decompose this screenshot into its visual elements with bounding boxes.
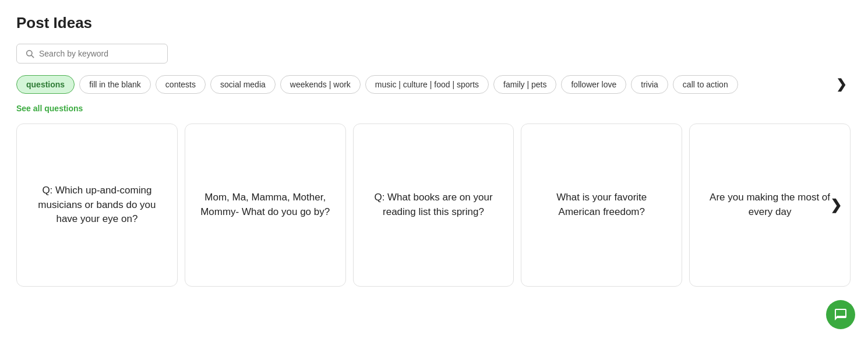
- tag-fill-in-the-blank[interactable]: fill in the blank: [79, 75, 151, 94]
- card-text: Q: Which up-and-coming musicians or band…: [31, 184, 163, 227]
- see-all-questions-link[interactable]: See all questions: [16, 104, 83, 113]
- post-idea-card[interactable]: Q: Which up-and-coming musicians or band…: [16, 124, 178, 287]
- svg-line-1: [31, 55, 34, 58]
- post-idea-card[interactable]: Are you making the most of every day❯: [689, 124, 851, 287]
- chat-button[interactable]: [826, 300, 855, 329]
- tag-contests[interactable]: contests: [156, 75, 206, 94]
- search-icon: [25, 49, 34, 58]
- tag-questions[interactable]: questions: [16, 75, 75, 94]
- tag-follower-love[interactable]: follower love: [561, 75, 626, 94]
- tag-family-pets[interactable]: family | pets: [493, 75, 556, 94]
- card-text: Mom, Ma, Mamma, Mother, Mommy- What do y…: [199, 191, 331, 219]
- card-next-arrow: ❯: [830, 197, 842, 213]
- tag-music-culture[interactable]: music | culture | food | sports: [365, 75, 489, 94]
- tag-trivia[interactable]: trivia: [631, 75, 668, 94]
- search-bar: [16, 44, 168, 64]
- card-text: What is your favorite American freedom?: [535, 191, 668, 219]
- card-text: Are you making the most of every day: [704, 191, 836, 219]
- chat-icon: [834, 308, 848, 322]
- cards-row: Q: Which up-and-coming musicians or band…: [16, 124, 852, 287]
- tags-row: questionsfill in the blankcontestssocial…: [16, 74, 852, 95]
- post-idea-card[interactable]: Q: What books are on your reading list t…: [353, 124, 514, 287]
- post-idea-card[interactable]: What is your favorite American freedom?: [521, 124, 682, 287]
- tag-weekends-work[interactable]: weekends | work: [280, 75, 361, 94]
- tag-call-to-action[interactable]: call to action: [673, 75, 738, 94]
- post-idea-card[interactable]: Mom, Ma, Mamma, Mother, Mommy- What do y…: [185, 124, 346, 287]
- card-text: Q: What books are on your reading list t…: [368, 191, 500, 219]
- page-title: Post Ideas: [16, 14, 852, 32]
- search-input[interactable]: [39, 49, 159, 58]
- tag-social-media[interactable]: social media: [210, 75, 276, 94]
- tags-next-arrow[interactable]: ❯: [831, 74, 852, 95]
